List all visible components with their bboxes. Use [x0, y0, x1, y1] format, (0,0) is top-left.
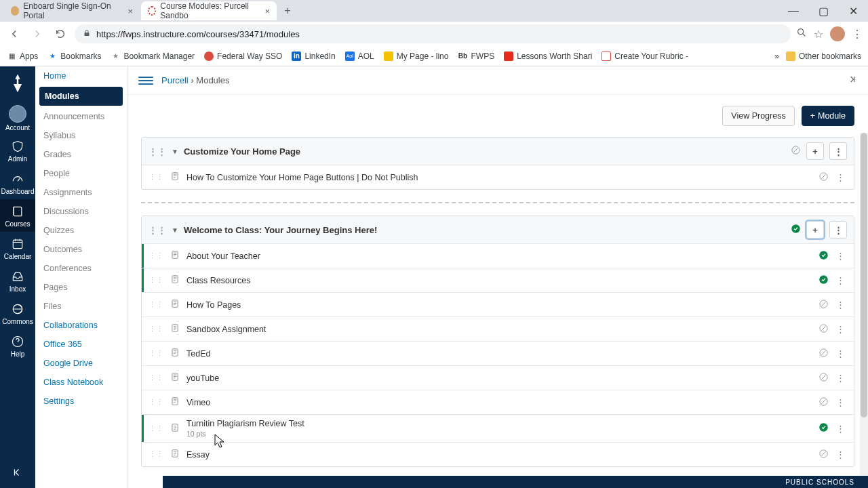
unpublished-icon[interactable]: [818, 449, 829, 461]
bookmark-item[interactable]: BbFWPS: [458, 52, 494, 61]
course-nav-toggle[interactable]: [138, 73, 153, 88]
reload-button[interactable]: [52, 25, 69, 43]
published-icon[interactable]: [818, 274, 829, 287]
other-bookmarks[interactable]: Other bookmarks: [786, 52, 861, 61]
collapse-global-nav-icon[interactable]: [12, 466, 24, 481]
institution-logo[interactable]: [4, 70, 31, 98]
module-item-menu[interactable]: ⋮: [834, 397, 847, 407]
nav-help[interactable]: Help: [0, 329, 35, 362]
module-menu-button[interactable]: ⋮: [829, 142, 847, 160]
drag-handle-icon[interactable]: ⋮⋮: [149, 173, 163, 182]
module-item-menu[interactable]: ⋮: [834, 449, 847, 460]
module-menu-button[interactable]: ⋮: [829, 221, 847, 239]
unpublished-icon[interactable]: [818, 396, 829, 409]
drag-handle-icon[interactable]: ⋮⋮: [149, 276, 163, 285]
course-nav-outcomes[interactable]: Outcomes: [35, 240, 127, 259]
course-nav-assignments[interactable]: Assignments: [35, 183, 127, 202]
published-icon[interactable]: [818, 250, 829, 262]
module-item[interactable]: ⋮⋮How To Customize Your Home Page Button…: [142, 165, 854, 189]
maximize-button[interactable]: ▢: [808, 1, 838, 20]
module-item[interactable]: ⋮⋮Sandbox Assignment⋮: [142, 317, 854, 341]
unpublished-icon[interactable]: [818, 299, 829, 311]
course-nav-syllabus[interactable]: Syllabus: [35, 126, 127, 145]
module-item[interactable]: ⋮⋮Vimeo⋮: [142, 390, 854, 414]
module-item[interactable]: ⋮⋮youTube⋮: [142, 365, 854, 390]
module-item[interactable]: ⋮⋮Turnitin Plagiarism Review Test10 pts⋮: [142, 414, 854, 442]
module-item[interactable]: ⋮⋮Class Resources⋮: [142, 268, 854, 292]
omnibox[interactable]: https://fwps.instructure.com/courses/334…: [75, 24, 791, 43]
drag-handle-icon[interactable]: ⋮⋮: [149, 349, 163, 358]
drag-handle-icon[interactable]: ⋮⋮: [149, 325, 163, 333]
tab-active[interactable]: Course Modules: Purcell Sandbo ×: [141, 1, 277, 20]
module-item-menu[interactable]: ⋮: [834, 324, 847, 334]
drag-handle-icon[interactable]: ⋮⋮: [149, 251, 163, 260]
course-nav-pages[interactable]: Pages: [35, 278, 127, 297]
course-nav-collaborations[interactable]: Collaborations: [35, 316, 127, 335]
search-icon[interactable]: [796, 27, 807, 41]
view-progress-button[interactable]: View Progress: [722, 106, 794, 126]
nav-courses[interactable]: Courses: [0, 199, 35, 232]
drag-handle-icon[interactable]: ⋮⋮: [149, 450, 163, 459]
bookmark-star-icon[interactable]: ☆: [814, 28, 823, 41]
unpublished-icon[interactable]: [818, 323, 829, 336]
course-nav-files[interactable]: Files: [35, 297, 127, 316]
bookmark-item[interactable]: inLinkedIn: [292, 52, 335, 61]
breadcrumb-course[interactable]: Purcell: [161, 75, 189, 85]
new-tab-button[interactable]: +: [278, 1, 297, 20]
drag-handle-icon[interactable]: ⋮⋮: [149, 300, 163, 309]
tab-inactive[interactable]: Enboard Single Sign-On Portal ×: [4, 1, 140, 20]
module-header[interactable]: ⋮⋮▼Customize Your Home Page+⋮: [142, 138, 854, 165]
module-item-menu[interactable]: ⋮: [834, 424, 847, 434]
drag-handle-icon[interactable]: ⋮⋮: [149, 225, 166, 235]
course-nav-announcements[interactable]: Announcements: [35, 107, 127, 126]
bookmark-apps[interactable]: ▦Apps: [7, 52, 38, 61]
back-button[interactable]: [5, 25, 23, 43]
drag-handle-icon[interactable]: ⋮⋮: [149, 146, 166, 157]
unpublished-icon[interactable]: [791, 145, 801, 157]
nav-dashboard[interactable]: Dashboard: [0, 167, 35, 199]
nav-calendar[interactable]: Calendar: [0, 232, 35, 264]
course-nav-office-365[interactable]: Office 365: [35, 335, 127, 354]
bookmark-item[interactable]: ★Bookmark Manager: [111, 52, 195, 61]
drag-handle-icon[interactable]: ⋮⋮: [149, 373, 163, 382]
module-item-menu[interactable]: ⋮: [834, 300, 847, 310]
course-nav-home[interactable]: Home: [35, 66, 127, 85]
unpublished-icon[interactable]: [818, 171, 829, 184]
nav-inbox[interactable]: Inbox: [0, 264, 35, 297]
close-icon[interactable]: ×: [264, 6, 270, 16]
published-icon[interactable]: [791, 224, 801, 236]
bookmark-item[interactable]: Create Your Rubric -: [601, 52, 688, 61]
module-item-menu[interactable]: ⋮: [834, 348, 847, 359]
close-icon[interactable]: ×: [127, 6, 133, 16]
course-nav-people[interactable]: People: [35, 164, 127, 183]
module-item-menu[interactable]: ⋮: [834, 172, 847, 182]
minimize-button[interactable]: —: [778, 1, 808, 20]
drag-handle-icon[interactable]: ⋮⋮: [149, 398, 163, 407]
chevron-down-icon[interactable]: ▼: [172, 148, 178, 155]
bookmark-item[interactable]: ★Bookmarks: [47, 52, 101, 61]
course-nav-google-drive[interactable]: Google Drive: [35, 354, 127, 373]
add-module-item-button[interactable]: +: [806, 142, 824, 160]
module-header[interactable]: ⋮⋮▼Welcome to Class: Your Journey Begins…: [142, 216, 854, 243]
forward-button[interactable]: [28, 25, 46, 43]
scrollbar-track[interactable]: [860, 133, 868, 476]
chevron-down-icon[interactable]: ▼: [172, 226, 178, 234]
bookmark-item[interactable]: My Page - lino: [384, 52, 449, 61]
bookmark-item[interactable]: Lessons Worth Shari: [504, 52, 592, 61]
module-item[interactable]: ⋮⋮Essay⋮: [142, 442, 854, 466]
bookmark-item[interactable]: AolAOL: [345, 52, 374, 61]
module-item[interactable]: ⋮⋮About Your Teacher⋮: [142, 243, 854, 268]
add-module-button[interactable]: +Module: [802, 106, 854, 126]
nav-commons[interactable]: Commons: [0, 297, 35, 329]
course-nav-grades[interactable]: Grades: [35, 145, 127, 164]
bookmark-overflow-icon[interactable]: »: [774, 52, 779, 61]
module-item[interactable]: ⋮⋮How To Pages⋮: [142, 292, 854, 317]
scrollbar-thumb[interactable]: [861, 133, 867, 418]
module-item[interactable]: ⋮⋮TedEd⋮: [142, 341, 854, 365]
chrome-menu-icon[interactable]: ⋮: [852, 28, 863, 41]
course-nav-discussions[interactable]: Discussions: [35, 202, 127, 221]
unpublished-icon[interactable]: [818, 372, 829, 384]
module-item-menu[interactable]: ⋮: [834, 373, 847, 383]
profile-avatar[interactable]: [830, 26, 845, 41]
module-drop-zone[interactable]: [141, 202, 854, 203]
